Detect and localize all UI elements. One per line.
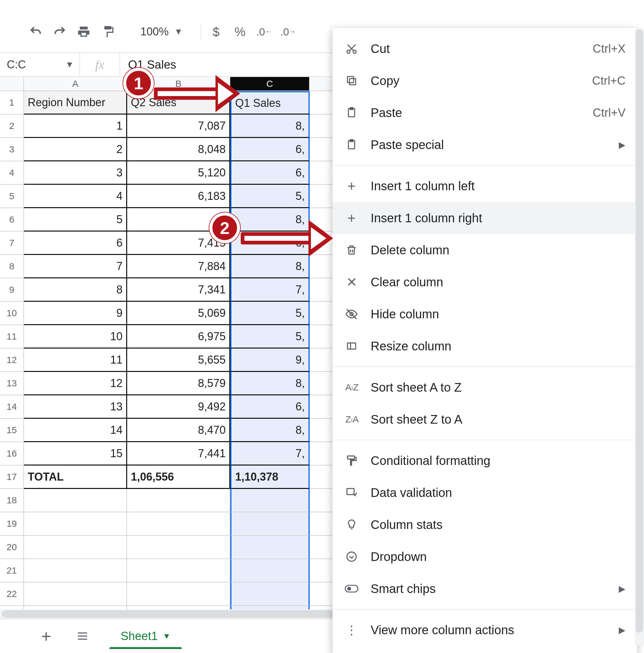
ctx-delete-col[interactable]: Delete column xyxy=(332,234,637,266)
cell[interactable]: 8, xyxy=(230,372,310,395)
cell[interactable]: 6, xyxy=(230,395,310,419)
cell[interactable]: 6 xyxy=(24,232,127,255)
cell[interactable] xyxy=(230,536,310,559)
ctx-paste[interactable]: Paste Ctrl+V xyxy=(332,97,637,129)
cell[interactable]: 6,975 xyxy=(127,325,230,348)
row-header[interactable]: 16 xyxy=(0,442,24,465)
cell[interactable]: 8, xyxy=(230,115,310,138)
row-header[interactable]: 12 xyxy=(0,348,24,372)
col-header-A[interactable]: A xyxy=(24,77,127,91)
cell[interactable]: Region Number xyxy=(24,91,127,115)
row-header[interactable]: 21 xyxy=(0,559,24,582)
redo-button[interactable] xyxy=(50,22,69,41)
ctx-copy[interactable]: Copy Ctrl+C xyxy=(332,65,637,97)
cell[interactable]: 13 xyxy=(24,395,127,419)
row-header[interactable]: 10 xyxy=(0,302,24,325)
cell[interactable]: 6, xyxy=(230,161,310,185)
cell[interactable]: 8,048 xyxy=(127,138,230,161)
cell[interactable]: 14 xyxy=(24,419,127,442)
cell[interactable]: 5,069 xyxy=(127,302,230,325)
cell-total-label[interactable]: TOTAL xyxy=(24,465,127,489)
cell[interactable]: 6, xyxy=(230,138,310,161)
ctx-smart-chips[interactable]: Smart chips ▶ xyxy=(332,573,637,605)
cell[interactable]: 8, xyxy=(230,255,310,278)
ctx-column-stats[interactable]: Column stats xyxy=(332,509,637,541)
cell[interactable]: Q1 Sales xyxy=(230,91,310,115)
row-header[interactable]: 6 xyxy=(0,208,24,232)
row-header[interactable]: 17 xyxy=(0,465,24,489)
cell[interactable]: 2 xyxy=(24,138,127,161)
vertical-scrollbar[interactable] xyxy=(635,29,644,645)
cell[interactable] xyxy=(127,559,230,582)
cell[interactable]: 8 xyxy=(24,278,127,302)
cell[interactable]: 7,884 xyxy=(127,255,230,278)
sheet-tab[interactable]: Sheet1 ▼ xyxy=(109,624,182,648)
row-header[interactable]: 2 xyxy=(0,115,24,138)
cell[interactable]: 11 xyxy=(24,348,127,372)
cell[interactable]: 9,492 xyxy=(127,395,230,419)
decrease-decimal-button[interactable]: .0← xyxy=(255,22,273,41)
row-header[interactable]: 20 xyxy=(0,536,24,559)
increase-decimal-button[interactable]: .0→ xyxy=(279,22,297,41)
row-header[interactable]: 22 xyxy=(0,582,24,606)
all-sheets-button[interactable] xyxy=(73,627,92,645)
row-header[interactable]: 18 xyxy=(0,489,24,512)
row-header[interactable]: 15 xyxy=(0,419,24,442)
row-header[interactable]: 7 xyxy=(0,232,24,255)
ctx-conditional-formatting[interactable]: Conditional formatting xyxy=(332,444,637,477)
paint-format-button[interactable] xyxy=(99,22,117,41)
row-header[interactable]: 11 xyxy=(0,325,24,348)
cell[interactable]: 5,655 xyxy=(127,348,230,372)
cell[interactable] xyxy=(127,512,230,536)
cell[interactable] xyxy=(24,582,127,606)
name-box[interactable]: C:C ▼ xyxy=(0,53,80,76)
ctx-data-validation[interactable]: Data validation xyxy=(332,477,637,509)
cell[interactable]: 7 xyxy=(24,255,127,278)
cell[interactable] xyxy=(230,559,310,582)
ctx-more-actions[interactable]: ⋮ View more column actions ▶ xyxy=(332,614,637,646)
add-sheet-button[interactable]: + xyxy=(37,627,55,645)
undo-button[interactable] xyxy=(26,22,45,41)
cell[interactable]: 10 xyxy=(24,325,127,348)
cell[interactable] xyxy=(24,559,127,582)
cell[interactable] xyxy=(24,536,127,559)
cell[interactable]: 8,470 xyxy=(127,419,230,442)
row-header[interactable]: 8 xyxy=(0,255,24,278)
row-header[interactable]: 4 xyxy=(0,161,24,185)
row-header[interactable]: 5 xyxy=(0,185,24,208)
cell[interactable] xyxy=(127,582,230,606)
cell[interactable]: 7, xyxy=(230,278,310,302)
zoom-dropdown[interactable]: 100% ▼ xyxy=(140,25,183,38)
ctx-clear-col[interactable]: ✕ Clear column xyxy=(332,266,637,298)
cell[interactable]: 15 xyxy=(24,442,127,465)
cell-total-C[interactable]: 1,10,378 xyxy=(230,465,310,489)
percent-format-button[interactable]: % xyxy=(231,22,249,41)
cell[interactable] xyxy=(230,489,310,512)
cell[interactable] xyxy=(24,512,127,536)
row-header[interactable]: 3 xyxy=(0,138,24,161)
cell[interactable]: 8,579 xyxy=(127,372,230,395)
cell[interactable]: 8, xyxy=(230,419,310,442)
row-header[interactable]: 14 xyxy=(0,395,24,419)
cell[interactable]: 9, xyxy=(230,348,310,372)
ctx-insert-col-right[interactable]: + Insert 1 column right xyxy=(332,202,637,234)
select-all-corner[interactable] xyxy=(0,77,24,91)
cell[interactable]: 5, xyxy=(230,302,310,325)
ctx-sort-za[interactable]: Z↓A Sort sheet Z to A xyxy=(332,403,637,435)
row-header[interactable]: 13 xyxy=(0,372,24,395)
row-header[interactable]: 1 xyxy=(0,91,24,115)
ctx-paste-special[interactable]: Paste special ▶ xyxy=(332,129,637,161)
cell[interactable] xyxy=(24,489,127,512)
cell[interactable]: 3 xyxy=(24,161,127,185)
cell[interactable]: 7,441 xyxy=(127,442,230,465)
ctx-resize-col[interactable]: Resize column xyxy=(332,330,637,362)
cell[interactable]: 5, xyxy=(230,185,310,208)
ctx-sort-az[interactable]: A↓Z Sort sheet A to Z xyxy=(332,371,637,403)
cell[interactable]: 1 xyxy=(24,115,127,138)
cell[interactable]: 5,120 xyxy=(127,161,230,185)
ctx-hide-col[interactable]: Hide column xyxy=(332,298,637,330)
cell[interactable] xyxy=(230,582,310,606)
ctx-dropdown[interactable]: Dropdown xyxy=(332,541,637,573)
cell[interactable]: 4 xyxy=(24,185,127,208)
cell-total-B[interactable]: 1,06,556 xyxy=(127,465,230,489)
